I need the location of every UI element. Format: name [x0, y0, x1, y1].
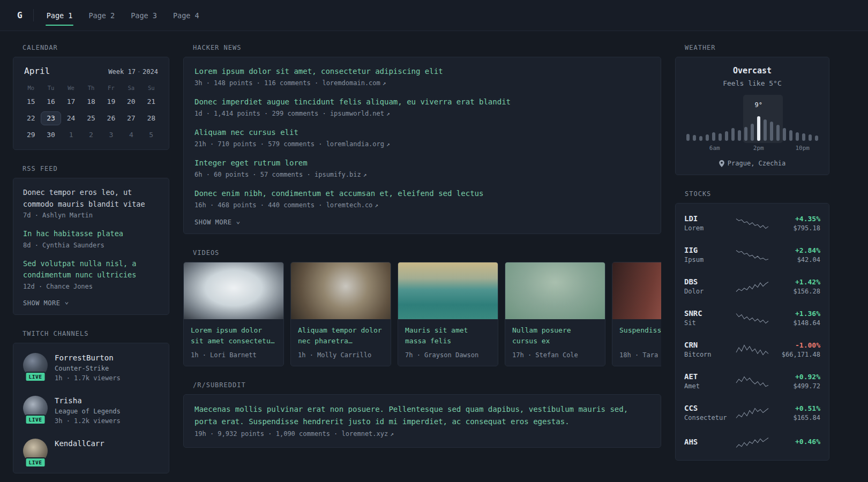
stock-values: +1.42%$156.28 — [769, 278, 820, 295]
subreddit-domain-link[interactable]: loremnet.xyz — [342, 430, 388, 438]
stock-ticker: SNRC — [684, 309, 735, 318]
rss-section-title: RSS FEED — [13, 165, 169, 172]
twitch-widget: TWITCH CHANNELS LIVEForrestBurtonCounter… — [13, 330, 169, 473]
calendar-day: 15 — [21, 95, 41, 109]
stocks-widget: STOCKS LDILorem+4.35%$795.18IIGIpsum+2.8… — [675, 190, 829, 461]
channel-info: KendallCarr — [55, 439, 104, 463]
stock-row[interactable]: SNRCSit+1.36%$148.64 — [676, 302, 829, 334]
external-link-icon: ↗ — [383, 80, 386, 87]
video-card[interactable]: Nullam posuere cursus ex17h · Stefan Col… — [505, 262, 605, 366]
hn-item-title[interactable]: Integer eget rutrum lorem — [194, 157, 650, 169]
weather-widget: WEATHER Overcast Feels like 5°C 9° 6am2p… — [675, 44, 829, 175]
stock-name: Amet — [684, 382, 735, 390]
hn-domain-link[interactable]: ipsumworld.net — [330, 110, 384, 117]
hn-item-title[interactable]: Donec imperdiet augue tincidunt felis al… — [194, 96, 650, 108]
calendar-day: 27 — [121, 111, 141, 125]
calendar-day: 21 — [141, 95, 161, 109]
hn-domain-link[interactable]: loremdomain.com — [322, 79, 380, 87]
subreddit-meta-text: 19h · 9,932 points · 1,090 comments · — [194, 430, 342, 438]
stock-ticker: AHS — [684, 438, 735, 446]
weather-bar — [699, 136, 702, 141]
weather-bar — [809, 134, 812, 141]
hn-item-meta: 1d · 1,414 points · 299 comments · ipsum… — [194, 110, 650, 117]
video-card[interactable]: Suspendisse diam18h · Tara — [612, 262, 661, 366]
twitch-channel[interactable]: LIVEKendallCarr — [23, 439, 159, 463]
hn-item-title[interactable]: Donec enim nibh, condimentum et accumsan… — [194, 188, 650, 199]
rss-item-title[interactable]: In hac habitasse platea — [23, 228, 159, 240]
hn-domain-link[interactable]: loremlandia.org — [326, 140, 384, 148]
video-meta: 7h · Grayson Dawson — [405, 351, 491, 359]
rss-card: Donec tempor eros leo, ut commodo mauris… — [13, 178, 169, 315]
subreddit-post-title[interactable]: Maecenas mollis pulvinar erat non posuer… — [194, 403, 650, 428]
calendar-day: 17 — [61, 95, 81, 109]
tab-page-2[interactable]: Page 2 — [87, 0, 116, 31]
stock-row[interactable]: LDILorem+4.35%$795.18 — [676, 207, 829, 239]
calendar-weekday: Th — [81, 82, 101, 95]
calendar-day: 28 — [141, 111, 161, 125]
channel-name: ForrestBurton — [55, 353, 121, 362]
channel-category: Counter-Strike — [55, 365, 121, 372]
calendar-weekday: Sa — [121, 82, 141, 95]
weather-bar — [802, 133, 805, 141]
stock-change: +0.51% — [769, 404, 820, 412]
video-card[interactable]: Lorem ipsum dolor sit amet consectetu…1h… — [183, 262, 284, 366]
video-card-body: Mauris sit amet massa felis7h · Grayson … — [398, 319, 498, 366]
calendar-day: 26 — [101, 111, 121, 125]
live-badge: LIVE — [25, 415, 46, 425]
rss-item-title[interactable]: Donec tempor eros leo, ut commodo mauris… — [23, 187, 159, 210]
stock-row[interactable]: DBSDolor+1.42%$156.28 — [676, 270, 829, 302]
video-card[interactable]: Mauris sit amet massa felis7h · Grayson … — [398, 262, 498, 366]
show-more-button[interactable]: SHOW MORE⌄ — [23, 299, 159, 307]
calendar-widget: CALENDAR April Week 17·2024 MoTuWeThFrSa… — [13, 44, 169, 150]
hn-item: Donec enim nibh, condimentum et accumsan… — [194, 188, 650, 209]
calendar-header-row: April Week 17·2024 — [24, 66, 158, 76]
stock-values: +0.92%$499.72 — [769, 373, 820, 390]
video-thumbnail — [184, 262, 283, 319]
show-more-label: SHOW MORE — [194, 219, 232, 226]
hn-domain-link[interactable]: loremtech.co — [326, 201, 373, 209]
stock-row[interactable]: IIGIpsum+2.84%$42.04 — [676, 239, 829, 270]
hn-domain-link[interactable]: ipsumify.biz — [315, 171, 361, 178]
twitch-channel[interactable]: LIVEForrestBurtonCounter-Strike1h · 1.7k… — [23, 353, 159, 382]
calendar-month: April — [24, 66, 50, 76]
stock-change: +1.36% — [769, 310, 820, 318]
hn-item-title[interactable]: Aliquam nec cursus elit — [194, 127, 650, 138]
tab-page-4[interactable]: Page 4 — [172, 0, 200, 31]
video-card[interactable]: Aliquam tempor dolor nec pharetra…1h · M… — [290, 262, 391, 366]
hn-meta-text: 3h · 148 points · 116 comments · — [194, 79, 322, 87]
tab-page-3[interactable]: Page 3 — [130, 0, 158, 31]
external-link-icon: ↗ — [390, 431, 394, 438]
stock-info: CCSConsectetur — [684, 404, 735, 421]
stock-row[interactable]: CCSConsectetur+0.51%$165.84 — [676, 397, 829, 428]
dashboard-layout: CALENDAR April Week 17·2024 MoTuWeThFrSa… — [0, 31, 868, 482]
app-logo[interactable]: G — [13, 8, 27, 22]
channel-name: Trisha — [55, 396, 121, 405]
weather-bar — [796, 132, 799, 141]
rss-item-meta: 8d · Cynthia Saunders — [23, 242, 159, 249]
weather-bar — [712, 132, 715, 141]
stock-sparkline — [735, 374, 769, 388]
weather-bar — [731, 128, 735, 141]
chevron-down-icon: ⌄ — [65, 298, 69, 305]
twitch-channel[interactable]: LIVETrishaLeague of Legends3h · 1.2k vie… — [23, 396, 159, 425]
tab-page-1[interactable]: Page 1 — [46, 0, 74, 31]
stock-row[interactable]: CRNBitcorn-1.00%$66,171.48 — [676, 334, 829, 365]
rss-item-title[interactable]: Sed volutpat nulla nisl, a condimentum n… — [23, 258, 159, 281]
weather-bar — [706, 134, 709, 141]
weather-bar — [744, 127, 747, 141]
weather-bar — [789, 130, 792, 141]
show-more-button[interactable]: SHOW MORE⌄ — [194, 219, 650, 226]
stock-row[interactable]: AHS+0.46% — [676, 428, 829, 456]
weather-hour-labels: 6am2pm10pm — [686, 145, 818, 152]
show-more-label: SHOW MORE — [23, 299, 61, 307]
hn-item-title[interactable]: Lorem ipsum dolor sit amet, consectetur … — [194, 66, 650, 77]
calendar-day: 29 — [21, 128, 41, 142]
channel-avatar-wrap: LIVE — [23, 439, 48, 463]
channel-avatar-wrap: LIVE — [23, 396, 48, 420]
stock-change: +0.46% — [769, 438, 820, 446]
weather-location-row: Prague, Czechia — [683, 160, 821, 167]
current-temp-label: 9° — [754, 101, 762, 109]
left-column: CALENDAR April Week 17·2024 MoTuWeThFrSa… — [13, 44, 169, 482]
stock-row[interactable]: AETAmet+0.92%$499.72 — [676, 365, 829, 397]
stock-sparkline — [735, 280, 769, 293]
